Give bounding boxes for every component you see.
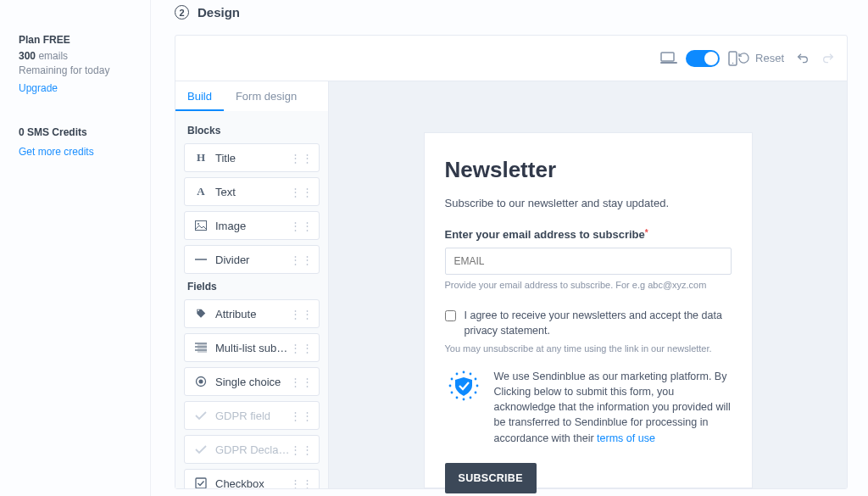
plan-emails: 300 emails <box>19 50 138 62</box>
form-subtitle: Subscribe to our newsletter and stay upd… <box>445 197 732 209</box>
drag-handle-icon[interactable]: ⋮⋮ <box>290 380 314 384</box>
gdpr-badge-icon <box>445 369 482 406</box>
svg-point-19 <box>476 385 478 387</box>
svg-point-18 <box>474 378 476 381</box>
tag-icon <box>193 308 209 320</box>
desktop-icon[interactable] <box>660 52 677 65</box>
svg-point-22 <box>462 398 465 401</box>
form-preview: Newsletter Subscribe to our newsletter a… <box>424 132 753 488</box>
svg-point-20 <box>474 392 476 394</box>
drag-handle-icon[interactable]: ⋮⋮ <box>290 448 314 452</box>
mobile-icon[interactable] <box>728 51 737 66</box>
check-icon <box>193 445 209 454</box>
gdpr-text: We use Sendinblue as our marketing platf… <box>494 369 732 446</box>
panel-tabs: Build Form design <box>175 81 328 111</box>
drag-handle-icon[interactable]: ⋮⋮ <box>290 224 314 228</box>
upgrade-link[interactable]: Upgrade <box>19 82 58 94</box>
tab-form-design[interactable]: Form design <box>224 81 309 111</box>
drag-handle-icon[interactable]: ⋮⋮ <box>290 346 314 350</box>
svg-rect-0 <box>661 53 674 61</box>
toolbar: Reset <box>175 36 847 81</box>
section-header: 2 Design <box>175 0 851 35</box>
reset-button[interactable]: Reset <box>737 52 784 64</box>
svg-point-14 <box>199 380 203 384</box>
main-content: 2 Design Reset <box>151 0 868 496</box>
step-number-icon: 2 <box>175 5 189 20</box>
block-text[interactable]: A Text ⋮⋮ <box>184 177 320 206</box>
left-panel: Build Form design Blocks H Title ⋮⋮ A Te… <box>175 81 329 488</box>
svg-rect-15 <box>196 478 206 488</box>
drag-handle-icon[interactable]: ⋮⋮ <box>290 156 314 160</box>
undo-button[interactable] <box>796 52 810 65</box>
radio-icon <box>193 376 209 387</box>
svg-point-23 <box>455 397 458 399</box>
plan-remaining: Remaining for today <box>19 64 138 76</box>
drag-handle-icon[interactable]: ⋮⋮ <box>290 190 314 194</box>
redo-button[interactable] <box>821 52 835 65</box>
drag-handle-icon[interactable]: ⋮⋮ <box>290 482 314 486</box>
plan-title: Plan FREE <box>19 34 138 46</box>
svg-point-5 <box>198 223 199 225</box>
sms-credits-title: 0 SMS Credits <box>19 126 138 138</box>
divider-icon <box>193 259 209 260</box>
block-image[interactable]: Image ⋮⋮ <box>184 211 320 240</box>
text-icon: A <box>193 185 209 198</box>
drag-handle-icon[interactable]: ⋮⋮ <box>290 258 314 262</box>
drag-handle-icon[interactable]: ⋮⋮ <box>290 312 314 316</box>
email-input[interactable] <box>445 248 732 275</box>
consent-checkbox[interactable] <box>445 309 456 322</box>
field-checkbox[interactable]: Checkbox ⋮⋮ <box>184 469 320 488</box>
svg-point-3 <box>732 62 734 64</box>
section-title-text: Design <box>198 5 240 20</box>
heading-icon: H <box>193 151 209 164</box>
email-help: Provide your email address to subscribe.… <box>445 280 732 290</box>
svg-point-21 <box>469 397 471 399</box>
device-switcher <box>660 50 737 67</box>
svg-point-25 <box>448 385 451 387</box>
image-icon <box>193 220 209 231</box>
terms-link[interactable]: terms of use <box>597 432 655 444</box>
device-toggle[interactable] <box>686 50 720 67</box>
blocks-section-label: Blocks <box>187 125 316 137</box>
subscribe-button[interactable]: SUBSCRIBE <box>445 463 537 493</box>
more-credits-link[interactable]: Get more credits <box>19 146 94 158</box>
account-sidebar: Plan FREE 300 emails Remaining for today… <box>0 0 151 496</box>
panel-scroll[interactable]: Blocks H Title ⋮⋮ A Text ⋮⋮ <box>175 111 328 488</box>
fields-section-label: Fields <box>187 281 316 293</box>
field-multilist[interactable]: Multi-list subsc... ⋮⋮ <box>184 333 320 362</box>
list-icon <box>193 343 209 353</box>
consent-text: I agree to receive your newsletters and … <box>465 309 732 338</box>
tab-build[interactable]: Build <box>175 81 224 111</box>
svg-point-26 <box>450 378 453 381</box>
svg-point-24 <box>450 392 453 394</box>
email-label: Enter your email address to subscribe* <box>445 228 732 241</box>
field-gdpr-field[interactable]: GDPR field ⋮⋮ <box>184 401 320 430</box>
svg-point-27 <box>455 373 458 376</box>
form-heading: Newsletter <box>445 157 732 183</box>
check-icon <box>193 411 209 421</box>
editor-frame: Reset Build Form design Blocks <box>175 35 848 489</box>
svg-rect-4 <box>196 221 207 231</box>
field-gdpr-declaration[interactable]: GDPR Declarati... ⋮⋮ <box>184 435 320 464</box>
consent-help: You may unsubscribe at any time using th… <box>445 343 732 354</box>
svg-point-17 <box>469 373 471 376</box>
field-attribute[interactable]: Attribute ⋮⋮ <box>184 299 320 328</box>
block-title[interactable]: H Title ⋮⋮ <box>184 143 320 172</box>
preview-canvas: Newsletter Subscribe to our newsletter a… <box>329 81 847 488</box>
block-divider[interactable]: Divider ⋮⋮ <box>184 245 320 274</box>
svg-rect-1 <box>660 62 677 64</box>
drag-handle-icon[interactable]: ⋮⋮ <box>290 414 314 418</box>
svg-point-16 <box>462 371 465 374</box>
checkbox-icon <box>193 477 209 488</box>
field-single-choice[interactable]: Single choice ⋮⋮ <box>184 367 320 396</box>
